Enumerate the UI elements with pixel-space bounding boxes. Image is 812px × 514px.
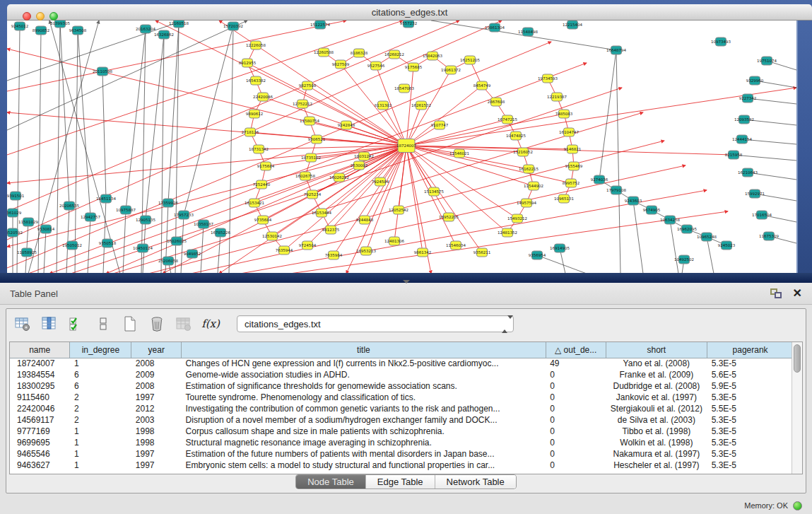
graph-node-label: 9391501 xyxy=(7,194,24,198)
graph-edge xyxy=(616,50,620,273)
select-columns-icon[interactable] xyxy=(67,315,86,333)
graph-edge xyxy=(49,21,120,273)
close-panel-icon[interactable]: ✕ xyxy=(793,288,802,298)
graph-node-label: 16026025 xyxy=(167,239,187,243)
graph-node-label: 11675309 xyxy=(759,234,779,238)
cell-name: 18724007 xyxy=(10,358,70,369)
graph-node-label: 18731342 xyxy=(249,147,269,151)
column-header-pagerank[interactable]: pagerank xyxy=(707,342,793,358)
graph-edge xyxy=(734,155,796,160)
cell-year: 1997 xyxy=(131,460,182,471)
cell-year: 2003 xyxy=(131,414,182,426)
graph-node-label: 10975887 xyxy=(116,208,136,212)
graph-node-label: 9724504 xyxy=(299,243,317,247)
graph-node-label: 16543382 xyxy=(246,78,266,83)
table-row[interactable]: 2242004622012Investigating the contribut… xyxy=(10,403,793,414)
graph-node-label: 12093582 xyxy=(734,117,754,122)
table-row[interactable]: 969969511998Structural magnetic resonanc… xyxy=(10,437,793,448)
graph-node-label: 2718126 xyxy=(242,130,259,134)
graph-node-label: 20206535 xyxy=(59,204,79,208)
graph-node-label: 8131302 xyxy=(375,103,392,107)
graph-node-label: 25206058 xyxy=(158,259,178,263)
table-row[interactable]: 946554611997Estimation of the future num… xyxy=(10,448,793,460)
column-header-name[interactable]: name xyxy=(10,342,70,358)
float-panel-icon[interactable] xyxy=(770,288,782,298)
cell-pagerank: 5.3E-5 xyxy=(707,392,793,403)
graph-node-label: 20520592 xyxy=(7,230,23,235)
graph-node-label: 10474825 xyxy=(506,134,526,138)
graph-node-label: 11548498 xyxy=(518,30,538,34)
graph-edge xyxy=(60,23,69,206)
table-row[interactable]: 1456911722003Disruption of a novel membe… xyxy=(10,414,793,426)
cell-name: 22420046 xyxy=(10,403,70,414)
network-view-window: citations_edges.txt 18724007122260588912… xyxy=(0,0,812,283)
graph-node-label: 11581029 xyxy=(18,220,38,224)
column-header-short[interactable]: short xyxy=(606,342,707,358)
table-select[interactable]: citations_edges.txt xyxy=(237,315,514,332)
tab-network-table[interactable]: Network Table xyxy=(435,475,516,489)
graph-node-label: 16268212 xyxy=(384,52,404,57)
graph-edge xyxy=(406,146,482,252)
cell-short: Nakamura et al. (1997) xyxy=(606,448,707,460)
graph-node-label: 9175684 xyxy=(257,164,275,168)
network-canvas[interactable]: 1872400712226058891295516543382224200469… xyxy=(7,21,796,273)
function-icon[interactable]: f(x) xyxy=(201,315,220,333)
graph-node-label: 11546034 xyxy=(446,243,466,247)
graph-node-label: 15720392 xyxy=(223,24,243,28)
column-header-year[interactable]: year xyxy=(131,342,182,358)
graph-node-label: 9243603 xyxy=(625,199,642,203)
column-header-title[interactable]: title xyxy=(182,342,546,358)
toggle-columns-icon[interactable] xyxy=(40,315,59,333)
rows-icon[interactable] xyxy=(94,315,112,333)
graph-node-label: 12052542 xyxy=(389,208,408,212)
trash-icon[interactable] xyxy=(148,315,166,333)
graph-edge xyxy=(229,26,233,273)
cell-year: 1998 xyxy=(131,426,182,437)
delete-table-icon[interactable] xyxy=(175,315,193,333)
graph-edge xyxy=(219,146,406,273)
scrollbar-thumb[interactable] xyxy=(794,344,801,373)
graph-node-label: 12160518 xyxy=(169,21,189,25)
cell-out_degree: 0 xyxy=(546,369,606,380)
graph-node-label: 9242848 xyxy=(338,123,355,127)
cell-out_degree: 0 xyxy=(546,460,606,471)
tab-edge-table[interactable]: Edge Table xyxy=(365,475,435,489)
window-titlebar[interactable]: citations_edges.txt xyxy=(7,4,812,21)
cell-short: Wolkin et al. (1998) xyxy=(606,437,707,448)
graph-edge xyxy=(102,71,106,199)
splitter-grip-icon[interactable] xyxy=(403,280,410,284)
graph-node-label: 9155469 xyxy=(565,164,583,168)
tab-node-table[interactable]: Node Table xyxy=(296,475,365,489)
graph-node-label: 20110598 xyxy=(93,69,112,74)
table-vertical-scrollbar[interactable] xyxy=(792,342,802,474)
cell-out_degree: 0 xyxy=(546,414,606,426)
cell-short: Jankovic et al. (1997) xyxy=(606,392,707,403)
network-graph: 1872400712226058891295516543382224200469… xyxy=(7,21,796,273)
table-settings-icon[interactable] xyxy=(13,315,32,333)
table-row[interactable]: 977716911998Corpus callosum shape and si… xyxy=(10,426,793,437)
graph-node-label: 15493212 xyxy=(507,216,527,221)
cell-short: Stergiakouli et al. (2012) xyxy=(606,403,707,414)
table-row[interactable]: 911546021997Tourette syndrome. Phenomeno… xyxy=(10,392,793,403)
new-document-icon[interactable] xyxy=(121,315,139,333)
table-row[interactable]: 1830029562008Estimation of significance … xyxy=(10,380,793,392)
graph-node-label: 16104747 xyxy=(559,130,579,134)
graph-edge xyxy=(707,237,714,273)
combo-arrows-icon xyxy=(502,319,508,330)
cell-title: Investigating the contribution of common… xyxy=(182,403,546,414)
graph-node-label: 9674905 xyxy=(643,208,661,212)
cell-title: Structural magnetic resonance image aver… xyxy=(182,437,546,448)
column-header-out_degree[interactable]: △ out_de... xyxy=(546,342,606,358)
graph-edge xyxy=(161,35,164,273)
graph-edge xyxy=(633,201,643,273)
column-header-in_degree[interactable]: in_degree xyxy=(70,342,131,358)
table-row[interactable]: 1872400712008Changes of HCN gene express… xyxy=(10,358,793,369)
table-row[interactable]: 1938455462009Genome-wide association stu… xyxy=(10,369,793,380)
graph-node-label: 18031242 xyxy=(354,154,374,158)
table-row[interactable]: 946362711997Embryonic stem cells: a mode… xyxy=(10,460,793,471)
cell-pagerank: 5.3E-5 xyxy=(707,448,793,460)
node-table: namein_degreeyeartitle△ out_de...shortpa… xyxy=(9,341,803,474)
graph-node-label: 8454749 xyxy=(473,83,491,88)
graph-edge xyxy=(25,222,28,273)
graph-node-label: 9557232 xyxy=(400,21,418,25)
